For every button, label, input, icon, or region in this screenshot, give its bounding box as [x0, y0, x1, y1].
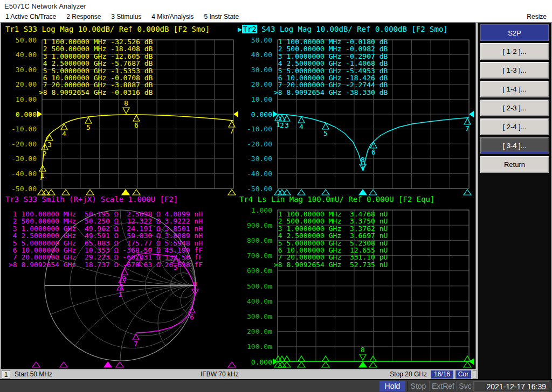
tr2-header: ▶Tr2 S43 Log Mag 10.00dB/ Ref 0.000dB [F… — [238, 25, 448, 33]
svg-text:5: 5 — [323, 129, 328, 137]
svg-text:-50.00: -50.00 — [247, 185, 272, 193]
menu-item[interactable]: 1 Active Ch/Trace — [5, 12, 56, 22]
marker-row: 5 5.0000000 GHz 5.2308 nU — [274, 240, 388, 247]
svg-text:-40.00: -40.00 — [11, 170, 37, 178]
svg-text:8: 8 — [361, 156, 365, 164]
marker-row: 4 2.5000000 GHz -1.4068 dB — [274, 60, 388, 67]
hold-indicator: Hold — [380, 381, 405, 391]
svg-text:1.000: 1.000 — [251, 206, 272, 214]
svg-text:50.00: 50.00 — [16, 36, 37, 44]
marker-row: 3 1.0000000 GHz -12.605 dB — [39, 53, 153, 60]
correction-badge: Cor — [456, 370, 471, 379]
svg-text:800.0m: 800.0m — [247, 236, 272, 244]
title-bar: E5071C Network Analyzer — [0, 0, 552, 12]
menu-bar: 1 Active Ch/Trace2 Response3 Stimulus4 M… — [0, 12, 552, 23]
marker-row: >8 8.9092654 GHz -0.0316 dB — [39, 89, 153, 96]
svg-text:0.000: 0.000 — [251, 110, 272, 118]
marker-row: 3 1.0000000 GHz -0.2907 dB — [274, 53, 388, 60]
marker-row: 7 20.000000 GHz 29.223 Ω -60.031 Ω 132.5… — [9, 254, 203, 261]
tr2-active-label[interactable]: Tr2 — [242, 25, 257, 33]
channel-number-box: 1 — [2, 370, 10, 379]
menu-item[interactable]: 4 Mkr/Analysis — [151, 12, 194, 22]
menu-item[interactable]: 2 Response — [66, 12, 101, 22]
softkey-button[interactable]: Return — [480, 156, 549, 173]
marker-row: 7 20.000000 GHz 331.10 pU — [274, 254, 388, 261]
svg-text:-10.00: -10.00 — [11, 125, 37, 133]
svg-text:900.0m: 900.0m — [247, 221, 272, 229]
sweep-start-label: Start 50 MHz — [15, 370, 52, 379]
svg-text:0.000: 0.000 — [16, 110, 37, 118]
svg-text:20.00: 20.00 — [16, 80, 37, 88]
svg-text:8: 8 — [124, 99, 128, 107]
marker-row: 2 500.00000 MHz -18.408 dB — [39, 45, 153, 52]
svg-text:8: 8 — [361, 346, 365, 354]
resize-button[interactable]: Resize — [527, 12, 547, 22]
softkey-button[interactable]: [ 2-3 ]... — [480, 100, 549, 116]
svg-text:0.000: 0.000 — [251, 358, 272, 366]
svg-text:20.00: 20.00 — [251, 80, 272, 88]
tr3-marker-table: 1 100.00000 MHz 50.195 Ω 2.5698 Ω 4.0899… — [9, 211, 203, 268]
svg-text:6: 6 — [190, 313, 194, 321]
softkey-button[interactable]: [ 2-4 ]... — [480, 118, 549, 135]
svg-text:700.0m: 700.0m — [247, 251, 272, 260]
svg-text:-50.00: -50.00 — [11, 185, 37, 193]
svg-text:4: 4 — [299, 123, 303, 131]
marker-row: 1 100.00000 MHz -32.526 dB — [39, 38, 153, 45]
marker-row: >8 8.9092654 GHz 52.735 nU — [274, 261, 388, 268]
svg-text:50.00: 50.00 — [251, 36, 272, 44]
menu-item[interactable]: 3 Stimulus — [111, 12, 141, 22]
marker-row: 1 100.00000 MHz 50.195 Ω 2.5698 Ω 4.0899… — [9, 211, 203, 218]
svg-text:10.00: 10.00 — [16, 95, 37, 103]
svg-text:-20.00: -20.00 — [247, 140, 272, 148]
status-bar: 1 Start 50 MHz IFBW 70 kHz Stop 20 GHz 1… — [1, 369, 477, 379]
marker-row: 3 1.0000000 GHz 49.962 Ω 24.191 Ω 3.8501… — [9, 225, 203, 232]
marker-row: 5 5.0000000 GHz -5.4953 dB — [274, 67, 388, 74]
svg-text:500.0m: 500.0m — [247, 282, 272, 290]
svg-text:300.0m: 300.0m — [247, 312, 272, 320]
marker-row: 5 5.0000000 GHz 65.883 Ω 175.77 Ω 5.5948… — [9, 240, 203, 247]
softkey-button[interactable]: [ 1-3 ]... — [480, 62, 549, 79]
svg-text:5: 5 — [86, 123, 91, 131]
marker-row: 3 1.0000000 GHz 3.3762 nU — [274, 225, 388, 232]
svg-text:2: 2 — [43, 150, 47, 158]
window-title: E5071C Network Analyzer — [4, 2, 86, 10]
svg-text:7: 7 — [465, 124, 470, 132]
svg-text:-20.00: -20.00 — [11, 140, 37, 148]
marker-row: 6 10.000000 GHz -18.426 dB — [274, 74, 388, 81]
marker-row: 2 500.00000 MHz -0.0982 dB — [274, 45, 388, 52]
stop-indicator: Stop — [407, 381, 430, 391]
svg-text:3: 3 — [47, 141, 52, 149]
datetime-display: 2021-12-17 16:39 — [474, 381, 549, 391]
softkey-button[interactable]: [ 3-4 ]... — [480, 137, 549, 154]
svg-text:6: 6 — [134, 121, 139, 129]
svg-text:10.00: 10.00 — [251, 95, 272, 103]
svg-text:6: 6 — [371, 148, 376, 156]
softkey-button[interactable]: [ 1-4 ]... — [480, 81, 549, 97]
ifbw-label: IFBW 70 kHz — [201, 370, 239, 379]
svg-text:100.0m: 100.0m — [247, 342, 272, 351]
statusbar-gripper — [473, 370, 477, 379]
svc-indicator: Svc — [457, 381, 474, 391]
marker-row: 1 100.00000 MHz -0.0180 dB — [274, 38, 388, 45]
tr1-marker-table: 1 100.00000 MHz -32.526 dB 2 500.00000 M… — [39, 38, 153, 96]
svg-text:1: 1 — [118, 290, 122, 298]
softkey-panel: S2P [ 1-2 ]...[ 1-3 ]...[ 1-4 ]...[ 2-3 … — [478, 23, 551, 379]
softkey-button[interactable]: [ 1-2 ]... — [480, 43, 549, 60]
marker-row: 6 10.000000 GHz 10.353 Ω -368.50 Ω 43.19… — [9, 247, 203, 254]
marker-row: 7 20.000000 GHz -2.2744 dB — [274, 81, 388, 88]
tr2-header-rest: S43 Log Mag 10.00dB/ Ref 0.000dB [F2 Smo… — [257, 25, 448, 33]
marker-row: 6 10.000000 GHz -0.0708 dB — [39, 74, 153, 81]
menu-item[interactable]: 5 Instr State — [204, 12, 239, 22]
svg-text:8: 8 — [193, 280, 197, 288]
tr4-header: Tr4 Ls Lin Mag 100.0mU/ Ref 0.000U [F2 E… — [239, 195, 434, 204]
sweep-stop-label: Stop 20 GHz — [378, 370, 427, 379]
marker-row: 1 100.00000 MHz 3.4768 nU — [274, 211, 388, 218]
svg-text:2: 2 — [120, 283, 124, 291]
svg-text:30.00: 30.00 — [251, 66, 272, 74]
svg-text:-30.00: -30.00 — [11, 155, 37, 163]
svg-text:2: 2 — [280, 121, 284, 129]
tr4-marker-table: 1 100.00000 MHz 3.4768 nU 2 500.00000 MH… — [274, 211, 388, 268]
svg-text:4: 4 — [62, 130, 66, 138]
marker-row: 2 500.00000 MHz 3.3750 nU — [274, 218, 388, 225]
svg-text:7: 7 — [230, 127, 234, 135]
